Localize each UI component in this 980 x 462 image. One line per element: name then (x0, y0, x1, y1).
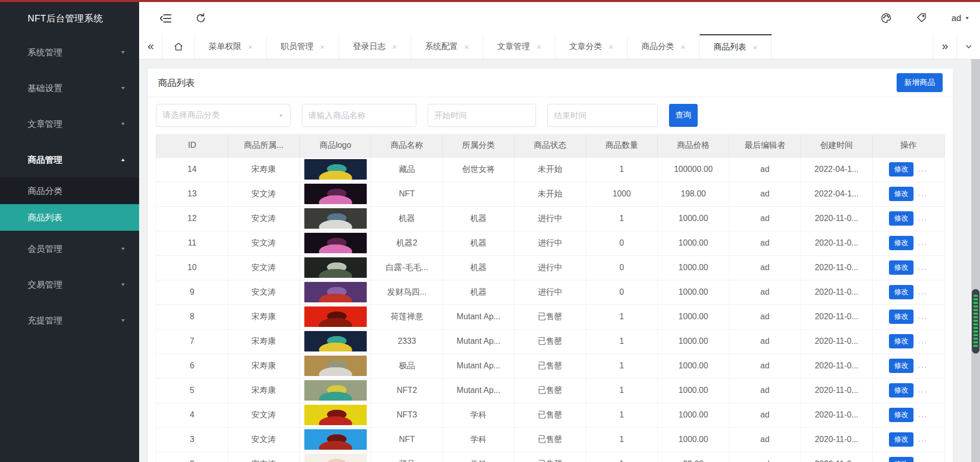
sidebar-item-goods-list[interactable]: 商品列表 (0, 204, 139, 231)
search-button[interactable]: 查询 (669, 104, 698, 127)
tab-article-cat[interactable]: 文章分类× (555, 34, 628, 59)
tab-goods-cat[interactable]: 商品分类× (628, 34, 700, 59)
edit-button[interactable]: 修改 (889, 285, 914, 299)
sidebar-item-goods[interactable]: 商品管理▲ (0, 142, 139, 178)
refresh-icon[interactable] (194, 12, 207, 25)
more-actions-button[interactable]: ... (918, 164, 928, 173)
cell-editor: ad (729, 206, 801, 231)
table-container: ID商品所属...商品logo商品名称所属分类商品状态商品数量商品价格最后编辑者… (148, 134, 953, 462)
close-icon[interactable]: × (537, 43, 541, 51)
close-icon[interactable]: × (681, 43, 685, 51)
add-product-button[interactable]: 新增商品 (897, 73, 943, 92)
edit-button[interactable]: 修改 (889, 162, 914, 177)
close-icon[interactable]: × (609, 43, 613, 51)
column-header-4: 所属分类 (443, 134, 515, 157)
cell-name: 2333 (371, 329, 443, 354)
sidebar-item-article[interactable]: 文章管理▼ (0, 106, 139, 142)
cell-id: 13 (157, 182, 228, 206)
cell-price: 1000.00 (658, 280, 729, 304)
more-actions-button[interactable]: ... (918, 262, 928, 271)
more-actions-button[interactable]: ... (918, 385, 928, 394)
more-actions-button[interactable]: ... (918, 189, 928, 197)
edit-button[interactable]: 修改 (889, 457, 914, 462)
tab-login-log[interactable]: 登录日志× (339, 34, 411, 59)
cell-created: 2022-04-1... (801, 182, 873, 206)
edit-button[interactable]: 修改 (889, 334, 914, 348)
cell-status: 进行中 (515, 280, 586, 304)
product-name-input[interactable] (302, 104, 416, 127)
edit-button[interactable]: 修改 (889, 432, 914, 447)
edit-button[interactable]: 修改 (889, 236, 914, 250)
product-logo-image (304, 282, 367, 302)
cell-status: 已售罄 (515, 329, 586, 354)
page-scrollbar[interactable] (971, 59, 980, 462)
tag-icon[interactable] (916, 12, 928, 25)
more-actions-button[interactable]: ... (918, 312, 928, 320)
cell-qty: 0 (586, 280, 658, 304)
edit-button[interactable]: 修改 (889, 310, 914, 324)
cell-owner: 安文涛 (228, 182, 300, 206)
tab-staff[interactable]: 职员管理× (267, 34, 339, 59)
cell-id: 5 (157, 378, 228, 403)
edit-button[interactable]: 修改 (889, 211, 914, 226)
cell-owner: 安文涛 (228, 231, 300, 255)
cell-price: 198.00 (658, 182, 729, 206)
more-actions-button[interactable]: ... (918, 287, 928, 296)
edit-button[interactable]: 修改 (889, 408, 914, 422)
user-menu[interactable]: ad ▼ (951, 13, 970, 24)
product-logo-image (304, 429, 367, 450)
tabs-menu-button[interactable] (956, 34, 980, 59)
tab-label: 登录日志 (353, 41, 386, 52)
sidebar-item-member[interactable]: 会员管理▼ (0, 231, 139, 267)
cell-qty: 1 (586, 452, 658, 462)
more-actions-button[interactable]: ... (918, 459, 928, 462)
tab-sys-config[interactable]: 系统配置× (411, 34, 483, 59)
tab-goods-list[interactable]: 商品列表× (700, 34, 772, 59)
tab-home[interactable] (163, 34, 195, 59)
cell-editor: ad (729, 329, 801, 354)
scrollbar-thumb[interactable] (972, 289, 979, 354)
more-actions-button[interactable]: ... (918, 434, 928, 443)
cell-id: 2 (157, 452, 228, 462)
cell-editor: ad (729, 427, 801, 452)
more-actions-button[interactable]: ... (918, 336, 928, 345)
sidebar-item-trade[interactable]: 交易管理▼ (0, 267, 139, 302)
theme-palette-icon[interactable] (880, 12, 892, 25)
start-time-input[interactable] (428, 104, 536, 127)
end-time-input[interactable] (547, 104, 658, 127)
cell-owner: 宋寿康 (228, 329, 300, 354)
more-actions-button[interactable]: ... (918, 361, 928, 369)
edit-button[interactable]: 修改 (889, 187, 914, 201)
tabs-scroll-right-button[interactable]: » (933, 34, 956, 59)
more-actions-button[interactable]: ... (918, 410, 928, 419)
sidebar-item-system[interactable]: 系统管理▼ (0, 34, 139, 70)
edit-button[interactable]: 修改 (889, 260, 914, 275)
tab-article-manage[interactable]: 文章管理× (483, 34, 555, 59)
tabs-scroll-left-button[interactable]: « (139, 34, 163, 59)
cell-created: 2020-11-0... (801, 304, 873, 329)
sidebar-item-deposit[interactable]: 充提管理▼ (0, 302, 139, 338)
collapse-sidebar-icon[interactable] (160, 12, 172, 25)
close-icon[interactable]: × (464, 43, 469, 51)
cell-category: 学科 (443, 427, 515, 452)
cell-actions: 修改... (873, 427, 945, 452)
edit-button[interactable]: 修改 (889, 383, 914, 398)
product-table: ID商品所属...商品logo商品名称所属分类商品状态商品数量商品价格最后编辑者… (156, 134, 945, 462)
close-icon[interactable]: × (753, 43, 758, 51)
tab-strip: 菜单权限×职员管理×登录日志×系统配置×文章管理×文章分类×商品分类×商品列表× (195, 34, 772, 59)
chevron-down-icon: ▼ (120, 121, 126, 126)
tab-menu-auth[interactable]: 菜单权限× (195, 34, 267, 59)
close-icon[interactable]: × (248, 43, 253, 51)
more-actions-button[interactable]: ... (918, 213, 928, 222)
sidebar-item-basic[interactable]: 基础设置▼ (0, 70, 139, 106)
cell-actions: 修改... (873, 354, 945, 378)
sidebar-item-goods-category[interactable]: 商品分类 (0, 178, 139, 204)
close-icon[interactable]: × (392, 43, 397, 51)
more-actions-button[interactable]: ... (918, 238, 928, 247)
close-icon[interactable]: × (320, 43, 325, 51)
chevron-up-icon: ▲ (120, 157, 126, 162)
edit-button[interactable]: 修改 (889, 359, 914, 373)
category-select[interactable]: 请选择商品分类 ▼ (156, 104, 291, 127)
cell-category: 学科 (443, 403, 515, 427)
cell-category: 学科 (443, 452, 515, 462)
